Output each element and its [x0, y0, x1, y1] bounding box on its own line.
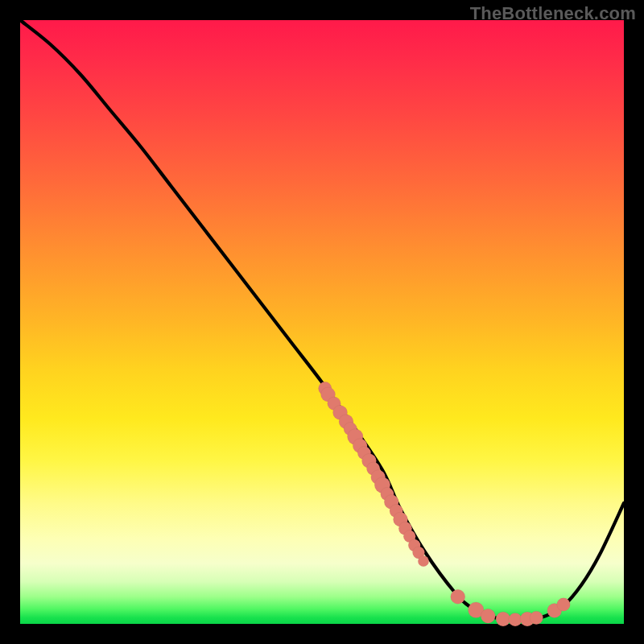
sample-point — [481, 609, 495, 623]
bottleneck-curve — [20, 20, 624, 620]
sample-point — [451, 589, 465, 604]
sample-point — [496, 612, 510, 626]
chart-container: TheBottleneck.com — [0, 0, 644, 644]
plot-area — [20, 20, 624, 624]
sample-point — [557, 598, 571, 612]
sample-points-group — [319, 382, 571, 626]
sample-point — [530, 611, 543, 625]
chart-svg — [20, 20, 624, 624]
sample-point — [509, 613, 522, 627]
attribution-label: TheBottleneck.com — [470, 3, 636, 24]
sample-point — [418, 555, 429, 567]
